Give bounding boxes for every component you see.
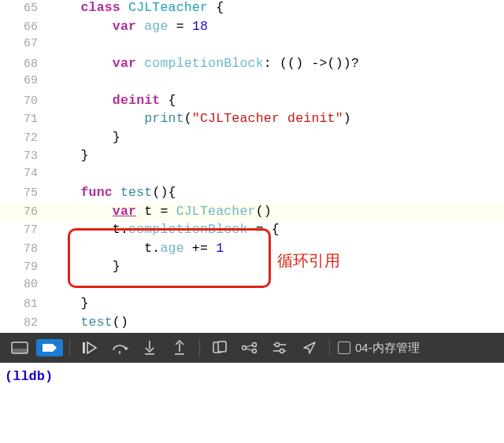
- code-line[interactable]: 74: [0, 167, 504, 186]
- code-line[interactable]: 75 func test(){: [0, 185, 504, 204]
- code-content: deinit {: [49, 93, 504, 108]
- code-content: var age = 18: [49, 19, 504, 34]
- toolbar-separator: [69, 339, 70, 356]
- step-into-icon[interactable]: [136, 336, 163, 360]
- lldb-prompt: (lldb): [5, 369, 53, 384]
- svg-point-10: [243, 346, 246, 350]
- code-line[interactable]: 70 deinit {: [0, 93, 504, 112]
- code-line[interactable]: 73 }: [0, 148, 504, 167]
- svg-line-14: [246, 349, 252, 351]
- code-content: var t = CJLTeacher(): [49, 204, 504, 219]
- line-number: 70: [0, 94, 49, 108]
- debug-view-hierarchy-icon[interactable]: [206, 336, 233, 360]
- target-label: 04-内存管理: [355, 341, 420, 356]
- environment-overrides-icon[interactable]: [266, 336, 293, 360]
- line-number: 72: [0, 131, 49, 145]
- toolbar-separator: [329, 339, 330, 356]
- line-number: 80: [0, 278, 49, 291]
- svg-point-11: [253, 343, 257, 347]
- line-number: 75: [0, 186, 49, 200]
- svg-point-12: [253, 349, 257, 353]
- line-number: 73: [0, 150, 49, 163]
- code-content: var completionBlock: (() ->())?: [49, 56, 504, 71]
- svg-rect-2: [83, 342, 85, 353]
- line-number: 81: [0, 297, 49, 311]
- code-line[interactable]: 67: [0, 37, 504, 56]
- line-number: 74: [0, 167, 49, 180]
- code-line[interactable]: 79 }: [0, 259, 504, 278]
- code-content: print("CJLTeacher deinit"): [49, 111, 504, 126]
- svg-point-18: [280, 349, 284, 353]
- line-number: 78: [0, 242, 49, 256]
- line-number: 76: [0, 205, 49, 219]
- code-content: class CJLTeacher {: [49, 0, 504, 15]
- code-content: }: [49, 259, 504, 274]
- code-line[interactable]: 78 t.age += 1: [0, 241, 504, 260]
- hide-debug-area-icon[interactable]: [6, 336, 33, 360]
- debug-target[interactable]: 04-内存管理: [338, 341, 420, 356]
- svg-line-13: [246, 345, 252, 348]
- code-line[interactable]: 69: [0, 74, 504, 93]
- code-content: test(): [49, 315, 504, 330]
- line-number: 69: [0, 74, 49, 87]
- code-editor[interactable]: 65 class CJLTeacher {66 var age = 186768…: [0, 0, 504, 333]
- line-number: 82: [0, 316, 49, 330]
- svg-point-16: [276, 343, 280, 347]
- code-line[interactable]: 71 print("CJLTeacher deinit"): [0, 111, 504, 130]
- code-content: }: [49, 148, 504, 163]
- code-content: }: [49, 296, 504, 311]
- code-content: func test(){: [49, 185, 504, 200]
- debug-console[interactable]: (lldb): [0, 363, 504, 390]
- line-number: 71: [0, 113, 49, 126]
- breakpoints-toggle[interactable]: [36, 336, 63, 360]
- code-line[interactable]: 82 test(): [0, 315, 504, 334]
- line-number: 66: [0, 20, 49, 34]
- continue-icon[interactable]: [76, 336, 103, 360]
- code-line[interactable]: 72 }: [0, 130, 504, 149]
- simulate-location-icon[interactable]: [296, 336, 323, 360]
- debug-toolbar: 04-内存管理: [0, 333, 504, 363]
- line-number: 68: [0, 57, 49, 71]
- svg-rect-1: [12, 349, 28, 353]
- toolbar-separator: [199, 339, 200, 356]
- code-content: t.completionBlock = {: [49, 222, 504, 237]
- code-line[interactable]: 77 t.completionBlock = {: [0, 222, 504, 241]
- code-content: t.age += 1: [49, 241, 504, 256]
- code-line[interactable]: 81 }: [0, 296, 504, 315]
- line-number: 65: [0, 2, 49, 15]
- target-icon: [338, 341, 350, 354]
- debug-memory-graph-icon[interactable]: [236, 336, 263, 360]
- code-line[interactable]: 76 var t = CJLTeacher(): [0, 204, 504, 223]
- svg-rect-9: [218, 341, 226, 352]
- code-line[interactable]: 68 var completionBlock: (() ->())?: [0, 56, 504, 75]
- code-line[interactable]: 66 var age = 18: [0, 19, 504, 38]
- code-line[interactable]: 80: [0, 278, 504, 297]
- line-number: 79: [0, 260, 49, 274]
- step-over-icon[interactable]: [106, 336, 133, 360]
- line-number: 77: [0, 223, 49, 237]
- code-line[interactable]: 65 class CJLTeacher {: [0, 0, 504, 19]
- line-number: 67: [0, 37, 49, 50]
- code-content: }: [49, 130, 504, 145]
- step-out-icon[interactable]: [166, 336, 193, 360]
